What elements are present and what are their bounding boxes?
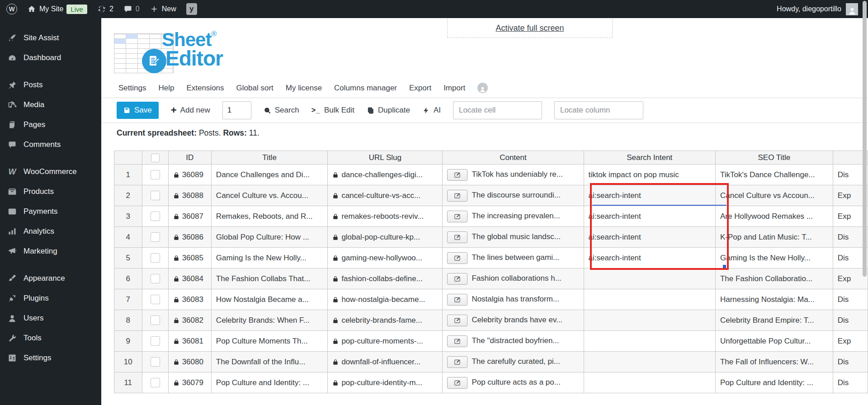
- cell-url-slug[interactable]: fashion-collabs-define...: [328, 268, 443, 289]
- cell-url-slug[interactable]: celebrity-brands-fame...: [328, 310, 443, 331]
- cell-seo-title[interactable]: K-Pop and Latin Music: T...: [715, 227, 833, 248]
- edit-content-button[interactable]: [447, 315, 467, 326]
- howdy-label[interactable]: Howdy, diegoportillo: [777, 5, 841, 13]
- sidebar-item-analytics[interactable]: Analytics: [0, 221, 101, 241]
- cell-id[interactable]: 36087: [168, 206, 211, 227]
- menu-item-columns-manager[interactable]: Columns manager: [334, 84, 397, 93]
- corner-header[interactable]: [114, 151, 142, 165]
- cell-seo-title[interactable]: The Fashion Collaboratio...: [715, 268, 833, 289]
- cell-id[interactable]: 36082: [168, 310, 211, 331]
- cell-search-intent[interactable]: [584, 289, 715, 310]
- sidebar-item-payments[interactable]: Payments: [0, 202, 101, 221]
- column-header-url-slug[interactable]: URL Slug: [328, 151, 443, 165]
- activate-fullscreen-link[interactable]: Activate full screen: [495, 24, 564, 33]
- cell-content[interactable]: Celebrity brands have ev...: [443, 310, 584, 331]
- cell-id[interactable]: 36084: [168, 268, 211, 289]
- edit-content-button[interactable]: [447, 335, 467, 347]
- sidebar-item-pages[interactable]: Pages: [0, 115, 101, 135]
- edit-content-button[interactable]: [447, 356, 467, 368]
- cell-search-intent[interactable]: ai:search-intent: [584, 185, 715, 206]
- cell-title[interactable]: The Downfall of the Influ...: [211, 352, 328, 372]
- ai-button[interactable]: AI: [422, 106, 441, 115]
- cell-id[interactable]: 36079: [168, 372, 211, 393]
- cell-id[interactable]: 36080: [168, 352, 211, 372]
- row-number[interactable]: 8: [114, 310, 142, 331]
- cell-search-intent[interactable]: tiktok impact on pop music: [584, 165, 715, 185]
- sidebar-item-users[interactable]: Users: [0, 308, 101, 328]
- row-checkbox[interactable]: [151, 378, 160, 387]
- sidebar-item-settings[interactable]: Settings: [0, 348, 101, 368]
- sidebar-item-site-assist[interactable]: Site Assist: [0, 28, 101, 48]
- edit-content-button[interactable]: [447, 211, 467, 222]
- cell-seo-title[interactable]: Gaming Is the New Holly...: [715, 248, 833, 268]
- search-button[interactable]: Search: [264, 106, 299, 115]
- account-avatar-icon[interactable]: [477, 83, 488, 93]
- sidebar-item-plugins[interactable]: Plugins: [0, 288, 101, 308]
- sidebar-item-comments[interactable]: Comments: [0, 135, 101, 155]
- cell-url-slug[interactable]: remakes-reboots-reviv...: [328, 206, 443, 227]
- edit-content-button[interactable]: [447, 169, 467, 181]
- new-content-button[interactable]: New: [150, 5, 176, 14]
- menu-item-my-license[interactable]: My license: [286, 84, 322, 93]
- cell-seo-title[interactable]: Celebrity Brand Empire: T...: [715, 310, 833, 331]
- cell-seo-title[interactable]: Cancel Culture vs Accoun...: [715, 185, 833, 206]
- cell-search-intent[interactable]: ai:search-intent: [584, 206, 715, 227]
- cell-seo-title[interactable]: Harnessing Nostalgia: Ma...: [715, 289, 833, 310]
- row-number[interactable]: 11: [114, 372, 142, 393]
- sidebar-item-woocommerce[interactable]: WWooCommerce: [0, 162, 101, 182]
- row-number[interactable]: 4: [114, 227, 142, 248]
- row-number[interactable]: 1: [114, 165, 142, 185]
- edit-content-button[interactable]: [447, 273, 467, 285]
- cell-seo-title[interactable]: Are Hollywood Remakes ...: [715, 206, 833, 227]
- row-checkbox[interactable]: [151, 170, 160, 179]
- cell-title[interactable]: How Nostalgia Became a...: [211, 289, 328, 310]
- cell-content[interactable]: TikTok has undeniably re...: [443, 165, 584, 185]
- cell-url-slug[interactable]: downfall-of-influencer...: [328, 352, 443, 372]
- cell-search-intent[interactable]: [584, 372, 715, 393]
- cell-seo-title[interactable]: TikTok's Dance Challenge...: [715, 165, 833, 185]
- updates-indicator[interactable]: 2: [97, 5, 113, 14]
- cell-title[interactable]: Gaming Is the New Holly...: [211, 248, 328, 268]
- cell-url-slug[interactable]: pop-culture-moments-...: [328, 331, 443, 352]
- vertical-scrollbar[interactable]: [863, 1, 867, 277]
- row-checkbox[interactable]: [151, 191, 160, 200]
- locate-column-input[interactable]: [554, 101, 643, 119]
- cell-id[interactable]: 36089: [168, 165, 211, 185]
- column-header-id[interactable]: ID: [168, 151, 211, 165]
- cell-title[interactable]: Remakes, Reboots, and R...: [211, 206, 328, 227]
- column-header-search-intent[interactable]: Search Intent: [584, 151, 715, 165]
- cell-url-slug[interactable]: dance-challenges-digi...: [328, 165, 443, 185]
- sidebar-item-tools[interactable]: Tools: [0, 328, 101, 348]
- row-checkbox[interactable]: [151, 295, 160, 304]
- cell-url-slug[interactable]: pop-culture-identity-m...: [328, 372, 443, 393]
- row-checkbox[interactable]: [151, 253, 160, 263]
- cell-url-slug[interactable]: cancel-culture-vs-acc...: [328, 185, 443, 206]
- column-header-content[interactable]: Content: [443, 151, 584, 165]
- comments-indicator[interactable]: 0: [123, 5, 140, 14]
- sidebar-item-appearance[interactable]: Appearance: [0, 268, 101, 288]
- row-number[interactable]: 3: [114, 206, 142, 227]
- menu-item-extensions[interactable]: Extensions: [186, 84, 224, 93]
- yoast-menu[interactable]: y: [186, 3, 197, 15]
- cell-title[interactable]: Global Pop Culture: How ...: [211, 227, 328, 248]
- cell-search-intent[interactable]: [584, 268, 715, 289]
- edit-content-button[interactable]: [447, 377, 467, 389]
- cell-seo-title[interactable]: Unforgettable Pop Cultur...: [715, 331, 833, 352]
- cell-title[interactable]: Cancel Culture vs. Accou...: [211, 185, 328, 206]
- row-checkbox[interactable]: [151, 357, 160, 367]
- cell-search-intent[interactable]: [584, 331, 715, 352]
- duplicate-button[interactable]: Duplicate: [367, 106, 410, 115]
- cell-content[interactable]: The increasing prevalen...: [443, 206, 584, 227]
- sidebar-item-media[interactable]: Media: [0, 95, 101, 115]
- cell-search-intent[interactable]: [584, 310, 715, 331]
- cell-url-slug[interactable]: global-pop-culture-kp...: [328, 227, 443, 248]
- cell-cropped-column[interactable]: Dis: [833, 310, 868, 331]
- cell-id[interactable]: 36085: [168, 248, 211, 268]
- menu-item-help[interactable]: Help: [158, 84, 174, 93]
- column-header-title[interactable]: Title: [211, 151, 328, 165]
- bulk-edit-button[interactable]: >_ Bulk Edit: [311, 106, 354, 115]
- menu-item-export[interactable]: Export: [409, 84, 431, 93]
- cell-cropped-column[interactable]: Dis: [833, 372, 868, 393]
- cell-content[interactable]: The global music landsc...: [443, 227, 584, 248]
- row-number[interactable]: 10: [114, 352, 142, 372]
